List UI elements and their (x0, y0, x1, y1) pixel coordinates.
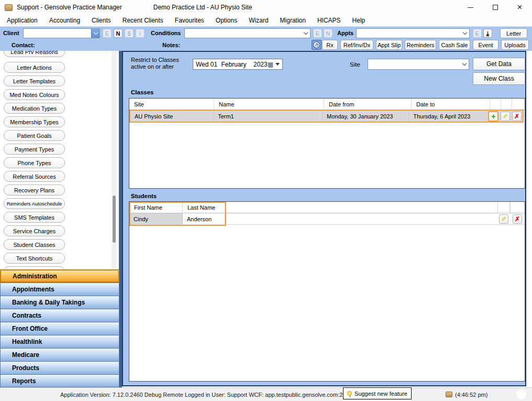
event-button[interactable]: Event (473, 40, 498, 50)
edit-student-cell[interactable]: ✎ (497, 213, 510, 224)
sidebar-button-sms-templates[interactable]: SMS Templates (4, 212, 65, 223)
sidebar-button-medication-types[interactable]: Medication Types (4, 103, 65, 114)
sidebar-button-service-charges[interactable]: Service Charges (4, 225, 65, 236)
sidebar-button-reminders-autoschedule[interactable]: Reminders Autoschedule (4, 198, 65, 209)
menu-migration[interactable]: Migration (274, 15, 312, 26)
column-header-date-from[interactable]: Date from (324, 99, 412, 110)
menu-clients[interactable]: Clients (86, 15, 117, 26)
sidebar-button-membership-types[interactable]: Membership Types (4, 116, 65, 127)
edit-button[interactable]: ✎ (501, 112, 510, 121)
ref-inv-dx-button[interactable]: Ref/Inv/Dx (340, 40, 373, 50)
sidebar-button-payment-types[interactable]: Payment Types (4, 144, 65, 155)
delete-class-cell[interactable]: ✗ (511, 111, 523, 122)
column-header-edit[interactable] (501, 99, 512, 110)
sidebar-button-letter-templates[interactable]: Letter Templates (4, 75, 65, 86)
chevron-down-icon[interactable] (461, 29, 469, 38)
date-dropdown-icon[interactable] (275, 63, 280, 66)
column-header-delete[interactable] (510, 202, 525, 213)
delete-student-cell[interactable]: ✗ (510, 213, 525, 224)
sidebar-button-med-notes-colours[interactable]: Med Notes Colours (4, 89, 65, 100)
section-banking-daily-takings[interactable]: Banking & Daily Takings (0, 296, 119, 309)
delete-button[interactable]: ✗ (513, 214, 522, 224)
column-header-add[interactable] (490, 99, 501, 110)
classes-row-selected[interactable]: AU Physio Site Term1 Monday, 30 January … (129, 110, 524, 123)
column-header-name[interactable]: Name (214, 99, 324, 110)
menu-hicaps[interactable]: HICAPS (312, 15, 347, 26)
sidebar-button-referral-sources[interactable]: Referral Sources (4, 171, 65, 182)
client-combobox[interactable] (23, 28, 100, 38)
menu-recent-clients[interactable]: Recent Clients (117, 15, 169, 26)
cell-date-to[interactable]: Thursday, 6 April 2023 (409, 111, 487, 122)
students-row[interactable]: Cindy Anderson ✎ ✗ (129, 213, 525, 225)
section-front-office[interactable]: Front Office (0, 322, 119, 335)
sidebar-button-recovery-plans[interactable]: Recovery Plans (4, 185, 65, 196)
add-student-cell[interactable]: + (487, 111, 500, 122)
section-healthlink[interactable]: Healthlink (0, 335, 119, 348)
sidebar-button-patient-goals[interactable]: Patient Goals (4, 130, 65, 141)
column-header-date-to[interactable]: Date to (412, 99, 490, 110)
conditions-edit-button[interactable]: E (313, 29, 322, 38)
sidebar-button-phone-types[interactable]: Phone Types (4, 157, 65, 168)
cell-site[interactable]: AU Physio Site (130, 111, 214, 122)
site-combobox[interactable] (368, 59, 469, 70)
column-header-site[interactable]: Site (129, 99, 214, 110)
client-billing-button[interactable]: $ (125, 29, 134, 38)
delete-button[interactable]: ✗ (512, 112, 522, 121)
client-info-button[interactable]: i (136, 29, 145, 38)
appt-slip-button[interactable]: Appt Slip (376, 40, 402, 50)
cell-last-name[interactable]: Anderson (183, 213, 225, 224)
client-new-button[interactable]: N (114, 29, 123, 38)
sidebar-button-student-classes[interactable]: Student Classes (4, 239, 65, 250)
date-picker[interactable]: Wed 01 February 2023 ▦ (193, 59, 283, 70)
section-reports[interactable]: Reports (0, 374, 119, 387)
sidebar-button-letter-actions[interactable]: Letter Actions (4, 62, 65, 73)
add-button[interactable]: + (488, 111, 498, 122)
sidebar-button-lead-prv-reasons[interactable]: Lead Prv Reasons (4, 51, 65, 57)
conditions-new-button[interactable]: N (324, 29, 332, 38)
sidebar-button-text-shortcuts[interactable]: Text Shortcuts (4, 253, 65, 264)
section-products[interactable]: Products (0, 361, 119, 374)
suggest-feature-button[interactable]: Suggest new feature (343, 387, 412, 399)
edit-button[interactable]: ✎ (499, 214, 508, 224)
sidebar-scrollbar[interactable] (112, 51, 117, 269)
reminders-button[interactable]: Reminders (405, 40, 436, 50)
client-edit-button[interactable]: E (103, 29, 112, 38)
column-header-last-name[interactable]: Last Name (183, 202, 225, 213)
rx-button[interactable]: Rx (322, 40, 338, 50)
site-label: Site (350, 61, 360, 68)
column-header-first-name[interactable]: First Name (129, 202, 183, 213)
menu-options[interactable]: Options (210, 15, 243, 26)
appts-edit-button[interactable]: E (473, 29, 482, 38)
letter-button[interactable]: Letter (500, 28, 527, 38)
cell-first-name[interactable]: Cindy (129, 213, 183, 224)
appts-download-button[interactable]: ⤓ (483, 29, 492, 38)
minimize-button[interactable] (458, 0, 483, 15)
section-medicare[interactable]: Medicare (0, 348, 119, 361)
chevron-down-icon[interactable] (302, 29, 310, 38)
maximize-button[interactable] (483, 0, 507, 15)
appts-combobox[interactable] (356, 28, 470, 38)
section-contracts[interactable]: Contracts (0, 309, 119, 322)
section-administration[interactable]: Administration (0, 269, 119, 283)
close-button[interactable]: × (507, 0, 532, 15)
sidebar-scrollbar-thumb[interactable] (113, 196, 116, 243)
column-header-edit[interactable] (497, 202, 510, 213)
menu-accounting[interactable]: Accounting (43, 15, 86, 26)
history-toggle-button[interactable]: ℎ (312, 40, 322, 50)
new-class-button[interactable]: New Class (473, 72, 525, 85)
uploads-button[interactable]: Uploads (501, 40, 529, 50)
cell-name[interactable]: Term1 (214, 111, 323, 122)
section-appointments[interactable]: Appointments (0, 283, 119, 296)
menu-help[interactable]: Help (347, 15, 371, 26)
conditions-combobox[interactable] (184, 28, 311, 38)
cash-sale-button[interactable]: Cash Sale (439, 40, 470, 50)
edit-class-cell[interactable]: ✎ (500, 111, 511, 122)
chevron-down-icon[interactable] (460, 59, 469, 69)
menu-favourites[interactable]: Favourites (169, 15, 210, 26)
menu-application[interactable]: Application (1, 15, 43, 26)
get-data-button[interactable]: Get Data (473, 58, 525, 70)
column-header-delete[interactable] (512, 99, 525, 110)
menu-wizard[interactable]: Wizard (243, 15, 274, 26)
chevron-down-icon[interactable] (91, 29, 99, 38)
cell-date-from[interactable]: Monday, 30 January 2023 (323, 111, 409, 122)
